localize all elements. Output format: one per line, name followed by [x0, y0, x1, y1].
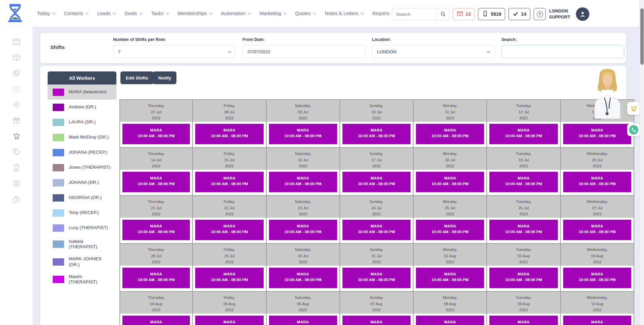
shift-card[interactable]: MARA 10:00 AM - 08:00 PM: [269, 268, 337, 288]
shift-card[interactable]: MARA 10:00 AM - 08:00 PM: [122, 220, 190, 240]
help-button[interactable]: ?: [534, 8, 546, 20]
nav-reports[interactable]: Reports: [372, 11, 394, 16]
worker-row-isabela-therapist[interactable]: Isabela (THERAPIST): [48, 235, 116, 253]
shift-card[interactable]: MARA 10:00 AM - 08:00 PM: [489, 316, 557, 325]
nav-tasks[interactable]: Tasks: [151, 11, 169, 16]
worker-row-andrew-dr[interactable]: Andrew (DR.): [48, 100, 116, 115]
shift-card[interactable]: MARA 10:00 AM - 08:00 PM: [122, 124, 190, 144]
calendar-icon[interactable]: 12: [12, 37, 21, 46]
calendar-day: Monday, 25 Jul 2022 MARA 10:00 AM - 08:0…: [414, 195, 487, 243]
nav-marketing[interactable]: Marketing: [260, 11, 286, 16]
worker-row-tony-recep[interactable]: Tony (RECEP.): [48, 205, 116, 220]
shifts-per-row-select[interactable]: 7: [113, 45, 236, 58]
app-logo[interactable]: [7, 4, 23, 22]
shift-card[interactable]: MARA 10:00 AM - 08:00 PM: [489, 268, 557, 288]
worker-row-lucy-therapist[interactable]: Lucy (THERAPIST): [48, 220, 116, 235]
gift-icon[interactable]: [12, 116, 21, 125]
shift-card[interactable]: MARA 10:00 AM - 08:00 PM: [269, 220, 337, 240]
worker-row-johana-dr[interactable]: JOHANA (DR.): [48, 175, 116, 190]
messages-badge[interactable]: 13: [453, 8, 475, 20]
calls-badge[interactable]: 5918: [478, 8, 505, 20]
worker-row-johana-recep[interactable]: JOHANA (RECEP.): [48, 145, 116, 160]
shift-card[interactable]: MARA 10:00 AM - 08:00 PM: [195, 220, 263, 240]
shift-card[interactable]: MARA 10:00 AM - 08:00 PM: [563, 172, 631, 192]
shift-card[interactable]: MARA 10:00 AM - 08:00 PM: [342, 316, 411, 325]
shift-card[interactable]: MARA 10:00 AM - 08:00 PM: [416, 220, 484, 240]
shift-card[interactable]: MARA 10:00 AM - 08:00 PM: [342, 220, 411, 240]
worker-search-input[interactable]: [501, 45, 624, 58]
worker-name: JOHANA (DR.): [69, 180, 99, 185]
nav-deals[interactable]: Deals: [124, 11, 142, 16]
search-icon[interactable]: [437, 11, 449, 17]
shift-card[interactable]: MARA 10:00 AM - 08:00 PM: [342, 268, 411, 288]
shift-card[interactable]: MARA 10:00 AM - 08:00 PM: [563, 220, 631, 240]
nav-quotes[interactable]: Quotes: [295, 11, 316, 16]
shift-card[interactable]: MARA 10:00 AM - 08:00 PM: [563, 124, 631, 144]
shift-card[interactable]: MARA 10:00 AM - 08:00 PM: [342, 172, 411, 192]
worker-row-mark-johnes-dr[interactable]: MARK JOHNES (DR.): [48, 253, 116, 270]
briefcase-icon[interactable]: [12, 195, 21, 204]
edit-shifts-button[interactable]: Edit Shifts: [120, 71, 154, 84]
worker-row-mark-mcelroy-dr[interactable]: Mark McElroy (DR.): [48, 130, 116, 145]
notify-button[interactable]: Notify: [153, 71, 176, 84]
phone-fab[interactable]: [627, 123, 640, 136]
package-icon[interactable]: [12, 53, 21, 62]
copy-icon[interactable]: [12, 68, 21, 77]
nav-leads[interactable]: Leads: [97, 11, 116, 16]
shift-card[interactable]: MARA 10:00 AM - 08:00 PM: [269, 172, 337, 192]
tasks-badge[interactable]: 14: [508, 8, 530, 20]
shift-card[interactable]: MARA 10:00 AM - 08:00 PM: [489, 220, 557, 240]
scrollbar-thumb[interactable]: [640, 8, 644, 65]
day-date: 10 Jul: [340, 109, 413, 115]
shift-card[interactable]: MARA 10:00 AM - 08:00 PM: [195, 268, 263, 288]
worker-row-mara-beautician[interactable]: MARA (beautician): [48, 85, 116, 100]
shift-card[interactable]: MARA 10:00 AM - 08:00 PM: [489, 124, 557, 144]
shift-card[interactable]: MARA 10:00 AM - 08:00 PM: [195, 316, 263, 325]
nav-automation[interactable]: Automation: [221, 11, 251, 16]
nav-memberships[interactable]: Memberships: [178, 11, 212, 16]
day-body: MARA 10:00 AM - 08:00 PM: [487, 314, 560, 325]
all-workers-button[interactable]: All Workers: [48, 71, 116, 85]
nav-today[interactable]: Today: [37, 11, 55, 16]
report-icon[interactable]: [12, 163, 21, 172]
shift-card[interactable]: MARA 10:00 AM - 08:00 PM: [416, 316, 484, 325]
location-select[interactable]: LONDON: [372, 45, 495, 58]
shift-card[interactable]: MARA 10:00 AM - 08:00 PM: [489, 172, 557, 192]
global-search-input[interactable]: [392, 12, 437, 17]
shift-card[interactable]: MARA 10:00 AM - 08:00 PM: [122, 172, 190, 192]
shift-card[interactable]: MARA 10:00 AM - 08:00 PM: [563, 268, 631, 288]
worker-row-jones-therapist[interactable]: Jones (THERAPIST): [48, 160, 116, 175]
camera-icon[interactable]: [12, 84, 21, 93]
avatar[interactable]: [576, 7, 589, 21]
shift-card[interactable]: MARA 10:00 AM - 08:00 PM: [342, 124, 411, 144]
shift-card[interactable]: MARA 10:00 AM - 08:00 PM: [122, 316, 190, 325]
day-date: 21 Jul: [120, 205, 192, 211]
account-icon[interactable]: [12, 179, 21, 188]
shift-card[interactable]: MARA 10:00 AM - 08:00 PM: [195, 172, 263, 192]
shift-card[interactable]: MARA 10:00 AM - 08:00 PM: [122, 268, 190, 288]
shift-card[interactable]: MARA 10:00 AM - 08:00 PM: [269, 316, 337, 325]
shift-card[interactable]: MARA 10:00 AM - 08:00 PM: [416, 268, 484, 288]
worker-row-maxim-therapist[interactable]: Maxim (THERAPIST): [48, 271, 116, 288]
cart-icon[interactable]: [12, 131, 21, 141]
shift-card[interactable]: MARA 10:00 AM - 08:00 PM: [195, 124, 263, 144]
nav-notes-letters[interactable]: Notes & Letters: [325, 11, 363, 16]
worker-row-laura-dr[interactable]: LAURA (DR.): [48, 115, 116, 130]
shift-card[interactable]: MARA 10:00 AM - 08:00 PM: [416, 124, 484, 144]
shift-card[interactable]: MARA 10:00 AM - 08:00 PM: [269, 124, 337, 144]
worker-row-georgia-dr[interactable]: GEORGIA (DR.): [48, 190, 116, 205]
shift-card[interactable]: MARA 10:00 AM - 08:00 PM: [563, 316, 631, 325]
shift-time: 10:00 AM - 08:00 PM: [342, 278, 411, 282]
from-date-label: From Date:: [243, 37, 365, 42]
from-date-input[interactable]: [243, 45, 365, 58]
nav-contacts[interactable]: Contacts: [64, 11, 88, 16]
global-search[interactable]: [392, 8, 449, 20]
page-scrollbar[interactable]: [639, 0, 644, 325]
price-tag-icon[interactable]: [12, 147, 21, 156]
cart-fab[interactable]: [627, 102, 640, 115]
shift-time: 10:00 AM - 08:00 PM: [416, 278, 484, 282]
history-icon[interactable]: [12, 100, 21, 109]
calendar-day: Friday, 05 Aug 2022 MARA 10:00 AM - 08:0…: [193, 291, 266, 325]
shift-worker: MARA: [122, 272, 190, 276]
shift-card[interactable]: MARA 10:00 AM - 08:00 PM: [416, 172, 484, 192]
